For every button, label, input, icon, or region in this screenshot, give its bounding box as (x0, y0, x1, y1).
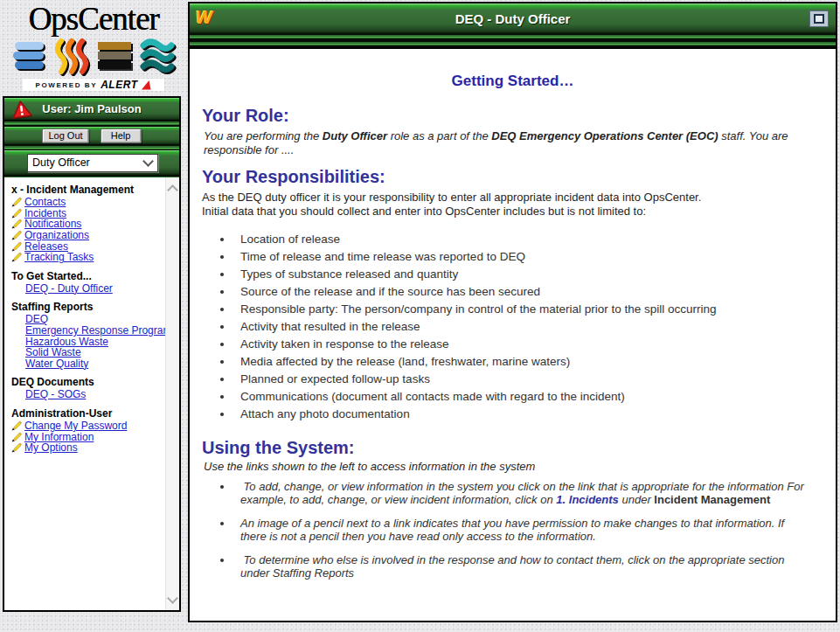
sidebar-item-tracking-tasks[interactable]: Tracking Tasks (11, 252, 179, 263)
main-window: W DEQ - Duty Officer Getting Started… Yo… (188, 2, 837, 622)
alert-sail-icon (141, 80, 151, 90)
sidebar-link[interactable]: DEQ - SOGs (25, 389, 86, 399)
pencil-icon (11, 442, 23, 453)
pencil-icon (11, 197, 23, 207)
responsibilities-intro: As the DEQ duty officer it is your respo… (202, 191, 823, 219)
sidebar-item-incidents[interactable]: Incidents (11, 208, 179, 219)
sidebar-item-solid-waste[interactable]: Solid Waste (11, 347, 179, 358)
sidebar-link[interactable]: Change My Password (24, 420, 127, 431)
responsibility-item: Communications (document all contacts ma… (233, 388, 823, 406)
sidebar-item-hazardous-waste[interactable]: Hazardous Waste (11, 336, 179, 347)
sidebar-section-heading: DEQ Documents (11, 377, 179, 388)
page-title: Getting Started… (202, 72, 823, 91)
sidebar-link[interactable]: My Options (24, 442, 78, 453)
sidebar-link[interactable]: DEQ - Duty Officer (25, 283, 113, 294)
sidebar-item-change-my-password[interactable]: Change My Password (11, 420, 179, 432)
sidebar-section-heading: Administration-User (11, 408, 179, 420)
pencil-icon (11, 219, 23, 229)
sidebar-link[interactable]: Tracking Tasks (24, 252, 94, 262)
sidebar-scrollbar[interactable] (165, 177, 179, 610)
responsibility-item: Activity that resulted in the release (233, 318, 823, 336)
sidebar-item-water-quality[interactable]: Water Quality (11, 358, 179, 370)
sidebar-item-deq[interactable]: DEQ (11, 314, 179, 325)
sidebar-section-heading: x - Incident Management (11, 184, 179, 196)
responsibility-item: Planned or expected follow-up tasks (233, 371, 823, 388)
sidebar-item-notifications[interactable]: Notifications (11, 219, 179, 230)
responsibility-item: Source of the release and if the source … (233, 283, 823, 301)
waves-icon (138, 38, 178, 76)
sidebar-link[interactable]: My Information (24, 432, 94, 442)
log-out-button[interactable]: Log Out (42, 128, 88, 143)
sidebar-link[interactable]: Hazardous Waste (25, 337, 108, 347)
window-title: DEQ - Duty Officer (455, 11, 571, 26)
main-content: Getting Started… Your Role: You are perf… (190, 47, 836, 621)
chevron-down-icon[interactable] (140, 156, 156, 170)
sidebar-nav: x - Incident ManagementContactsIncidents… (4, 177, 179, 610)
sidebar-item-deq-sogs[interactable]: DEQ - SOGs (11, 389, 179, 400)
responsibility-item: Activity taken in response to the releas… (233, 336, 823, 353)
responsibilities-list: Location of releaseTime of release and t… (202, 231, 823, 423)
using-item: To add, change, or view information in t… (233, 480, 804, 506)
responsibility-item: Types of substance released and quantity (233, 266, 823, 283)
pencil-icon (11, 241, 23, 252)
using-item: To determine who else is involved in the… (233, 553, 804, 580)
sidebar-item-organizations[interactable]: Organizations (11, 230, 179, 241)
sidebar-link[interactable]: Water Quality (25, 358, 88, 369)
scroll-down-icon[interactable] (167, 593, 178, 604)
responsibility-item: Media affected by the release (land, fre… (233, 353, 823, 371)
responsibility-item: Attach any photo documentation (233, 406, 823, 423)
alert-brand-label: ALERT (101, 79, 137, 91)
scroll-up-icon[interactable] (167, 184, 178, 196)
using-item: An image of a pencil next to a link indi… (233, 517, 804, 543)
sidebar-sections: x - Incident ManagementContactsIncidents… (11, 184, 179, 454)
responsibility-item: Location of release (233, 231, 823, 248)
water-layers-icon (10, 38, 50, 76)
sidebar-link[interactable]: Solid Waste (25, 347, 81, 358)
using-the-system-heading: Using the System: (202, 437, 823, 458)
w-flame-logo-icon: W (196, 8, 212, 27)
pencil-icon (11, 432, 23, 442)
pencil-icon (11, 420, 23, 431)
sidebar-section-heading: Staffing Reports (11, 302, 179, 313)
sidebar-section-heading: To Get Started... (11, 271, 179, 282)
powered-by-alert: POWERED BY ALERT (23, 79, 164, 91)
flames-icon (52, 38, 93, 76)
pencil-icon (11, 230, 23, 240)
using-intro: Use the links shown to the left to acces… (204, 460, 823, 473)
sidebar-link[interactable]: Releases (24, 241, 68, 252)
pencil-icon (11, 208, 23, 219)
restore-window-icon[interactable] (809, 10, 829, 27)
titlebar-stripes (190, 33, 836, 47)
opscenter-logo: OpsCenter (7, 2, 180, 94)
role-select[interactable]: Duty Officer (27, 154, 158, 172)
window-titlebar: W DEQ - Duty Officer (190, 3, 836, 33)
pencil-icon (11, 252, 23, 262)
responsibility-item: Responsible party: The person/company in… (233, 301, 823, 318)
responsibility-item: Time of release and time release was rep… (233, 248, 823, 266)
sidebar-link[interactable]: Contacts (24, 197, 66, 207)
earth-layers-icon (95, 38, 135, 76)
sidebar-item-my-options[interactable]: My Options (11, 442, 179, 454)
opscenter-logo-title: OpsCenter (7, 2, 180, 37)
sidebar-link[interactable]: Emergency Response Program (25, 325, 171, 336)
your-role-paragraph: You are performing the Duty Officer role… (204, 129, 822, 157)
role-select-value: Duty Officer (32, 156, 90, 169)
sidebar-item-releases[interactable]: Releases (11, 240, 179, 252)
stripe-divider (4, 144, 179, 150)
sidebar-link[interactable]: Incidents (24, 208, 66, 219)
sidebar-link[interactable]: DEQ (25, 314, 48, 324)
opscenter-logo-tiles (7, 38, 180, 76)
help-button[interactable]: Help (101, 128, 142, 143)
your-responsibilities-heading: Your Responsibilities: (202, 166, 823, 187)
sidebar-link[interactable]: Notifications (24, 219, 81, 229)
sidebar-item-deq-duty-officer[interactable]: DEQ - Duty Officer (11, 283, 179, 295)
sidebar-item-emergency-response-program[interactable]: Emergency Response Program (11, 325, 179, 337)
user-bar: User: Jim Paulson (4, 98, 179, 120)
your-role-heading: Your Role: (202, 105, 823, 126)
using-list: To add, change, or view information in t… (202, 480, 823, 580)
sidebar-buttons-row: Log Out Help (4, 127, 179, 144)
role-select-row: Duty Officer (4, 150, 179, 175)
sidebar-link[interactable]: Organizations (24, 230, 89, 240)
sidebar-item-contacts[interactable]: Contacts (11, 197, 179, 208)
sidebar-item-my-information[interactable]: My Information (11, 431, 179, 442)
